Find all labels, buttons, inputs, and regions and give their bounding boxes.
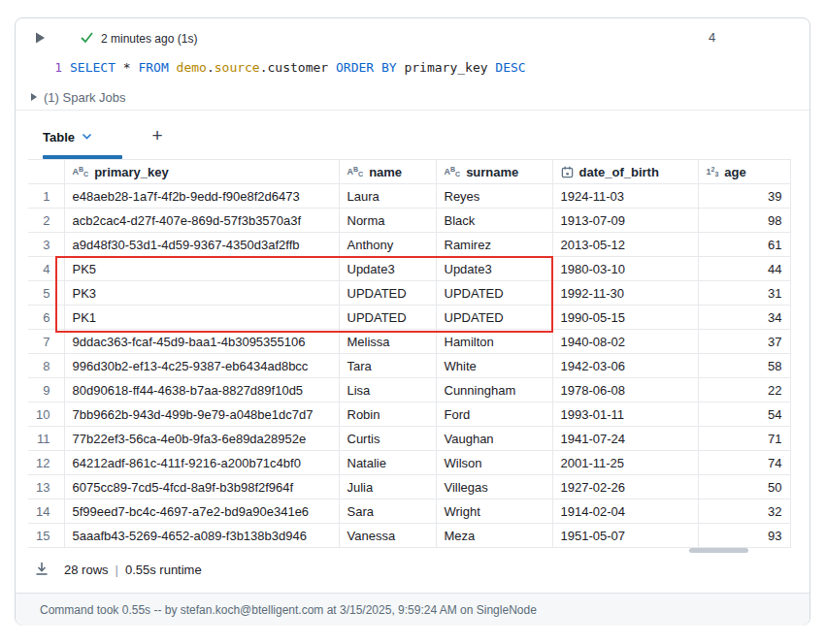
table-row: 5PK3UPDATEDUPDATED1992-11-3031 [28, 281, 790, 306]
column-header-age[interactable]: 123age [698, 160, 790, 184]
cell-date_of_birth: 2001-11-25 [552, 451, 698, 475]
command-status-text: Command took 0.55s -- by stefan.koch@bte… [40, 603, 537, 617]
cell-surname: Cunningham [436, 378, 552, 402]
cell-primary_key: acb2cac4-d27f-407e-869d-57f3b3570a3f [64, 209, 339, 233]
sql-token: DESC [495, 60, 525, 75]
string-type-icon: ABC [347, 166, 364, 177]
cell-primary_key: 5f99eed7-bc4c-4697-a7e2-bd9a90e341e6 [64, 499, 339, 524]
last-run-time-label: 2 minutes ago (1s) [101, 32, 197, 46]
sql-token: FROM [138, 60, 176, 75]
cell-surname: UPDATED [436, 306, 552, 330]
cell-primary_key: PK5 [64, 257, 339, 281]
row-number: 13 [28, 475, 64, 499]
table-row: 8996d30b2-ef13-4c25-9387-eb6434ad8bccTar… [28, 354, 790, 378]
column-label: age [724, 165, 745, 179]
cell-date_of_birth: 1993-01-11 [552, 402, 698, 427]
cell-date_of_birth: 1913-07-09 [552, 209, 698, 233]
cell-primary_key: a9d48f30-53d1-4d59-9367-4350d3af2ffb [64, 233, 339, 257]
sql-token: . [260, 60, 268, 75]
cell-age: 61 [698, 233, 790, 257]
disclosure-triangle-icon [31, 93, 37, 101]
cell-date_of_birth: 1990-05-15 [552, 306, 698, 330]
cell-surname: Wright [436, 499, 552, 524]
cell-primary_key: 77b22ef3-56ca-4e0b-9fa3-6e89da28952e [64, 427, 339, 451]
cell-name: Natalie [339, 451, 436, 475]
sql-token: primary_key [404, 60, 495, 75]
column-header-name[interactable]: ABCname [339, 160, 436, 184]
cell-name: UPDATED [339, 306, 436, 330]
cell-primary_key: 7bb9662b-943d-499b-9e79-a048be1dc7d7 [64, 402, 339, 427]
cell-primary_key: PK3 [64, 281, 339, 306]
column-label: name [369, 165, 402, 179]
cell-surname: Ford [436, 402, 552, 427]
cell-age: 98 [698, 209, 790, 233]
row-number: 3 [28, 233, 64, 257]
cell-surname: Hamilton [436, 330, 552, 354]
cell-age: 44 [698, 257, 790, 281]
download-results-button[interactable] [34, 562, 51, 579]
cell-primary_key: 9ddac363-fcaf-45d9-baa1-4b3095355106 [64, 330, 339, 354]
line-number: 1 [43, 57, 62, 79]
table-header-row: ABCprimary_keyABCnameABCsurnamedate_of_b… [28, 160, 790, 184]
cell-primary_key: PK1 [64, 306, 339, 330]
play-icon [33, 31, 47, 45]
spark-jobs-toggle[interactable]: (1) Spark Jobs [31, 87, 126, 107]
row-number: 7 [28, 330, 64, 354]
column-label: primary_key [94, 165, 169, 179]
cell-age: 93 [698, 524, 790, 548]
cell-age: 54 [698, 402, 790, 427]
column-header-date_of_birth[interactable]: date_of_birth [552, 160, 698, 184]
run-cell-button[interactable] [33, 31, 47, 45]
cell-name: Anthony [339, 233, 436, 257]
cell-name: Tara [339, 354, 436, 378]
row-number: 1 [28, 184, 64, 209]
column-header-primary_key[interactable]: ABCprimary_key [64, 160, 339, 184]
notebook-cell: 2 minutes ago (1s) 4 1 SELECT * FROM dem… [15, 17, 810, 626]
tab-table-label: Table [43, 130, 75, 145]
sql-token: * [123, 60, 139, 75]
sql-editor[interactable]: 1 SELECT * FROM demo.source.customer ORD… [16, 57, 809, 79]
cell-date_of_birth: 1927-02-26 [552, 475, 698, 499]
sql-token: customer [268, 60, 336, 75]
table-row: 155aaafb43-5269-4652-a089-f3b138b3d946Va… [28, 524, 790, 548]
cell-age: 34 [698, 306, 790, 330]
number-type-icon: 123 [707, 166, 719, 177]
cell-surname: Wilson [436, 451, 552, 475]
row-number: 8 [28, 354, 64, 378]
table-row: 1e48aeb28-1a7f-4f2b-9edd-f90e8f2d6473Lau… [28, 184, 790, 209]
tab-table[interactable]: Table [43, 121, 92, 152]
row-number: 11 [28, 427, 64, 451]
column-label: date_of_birth [579, 165, 659, 179]
cell-name: Robin [339, 402, 436, 427]
separator: | [109, 563, 125, 577]
add-visualization-button[interactable]: + [145, 123, 170, 148]
success-check-icon [80, 30, 94, 48]
table-row: 4PK5Update3Update31980-03-1044 [28, 257, 790, 281]
cell-name: UPDATED [339, 281, 436, 306]
cell-surname: White [436, 354, 552, 378]
row-number: 12 [28, 451, 64, 475]
table-row: 107bb9662b-943d-499b-9e79-a048be1dc7d7Ro… [28, 402, 790, 427]
column-header-surname[interactable]: ABCsurname [436, 160, 552, 184]
cell-surname: Meza [436, 524, 552, 548]
spark-jobs-label: (1) Spark Jobs [44, 90, 126, 105]
table-row: 136075cc89-7cd5-4fcd-8a9f-b3b98f2f964fJu… [28, 475, 790, 499]
cell-age: 58 [698, 354, 790, 378]
cell-date_of_birth: 1924-11-03 [552, 184, 698, 209]
string-type-icon: ABC [445, 166, 461, 177]
cell-age: 71 [698, 427, 790, 451]
row-number: 2 [28, 209, 64, 233]
cell-date_of_birth: 1942-03-06 [552, 354, 698, 378]
cell-age: 39 [698, 184, 790, 209]
table-row: 6PK1UPDATEDUPDATED1990-05-1534 [28, 306, 790, 330]
cell-primary_key: 996d30b2-ef13-4c25-9387-eb6434ad8bcc [64, 354, 339, 378]
sql-code[interactable]: SELECT * FROM demo.source.customer ORDER… [70, 57, 526, 79]
row-number: 10 [28, 402, 64, 427]
sql-token: . [207, 60, 215, 75]
cell-name: Norma [339, 209, 436, 233]
cell-primary_key: 80d90618-ff44-4638-b7aa-8827d89f10d5 [64, 378, 339, 402]
row-number: 9 [28, 378, 64, 402]
results-footer: 28 rows|0.55s runtime [16, 547, 809, 593]
cell-number: 4 [709, 30, 715, 45]
cell-name: Curtis [339, 427, 436, 451]
